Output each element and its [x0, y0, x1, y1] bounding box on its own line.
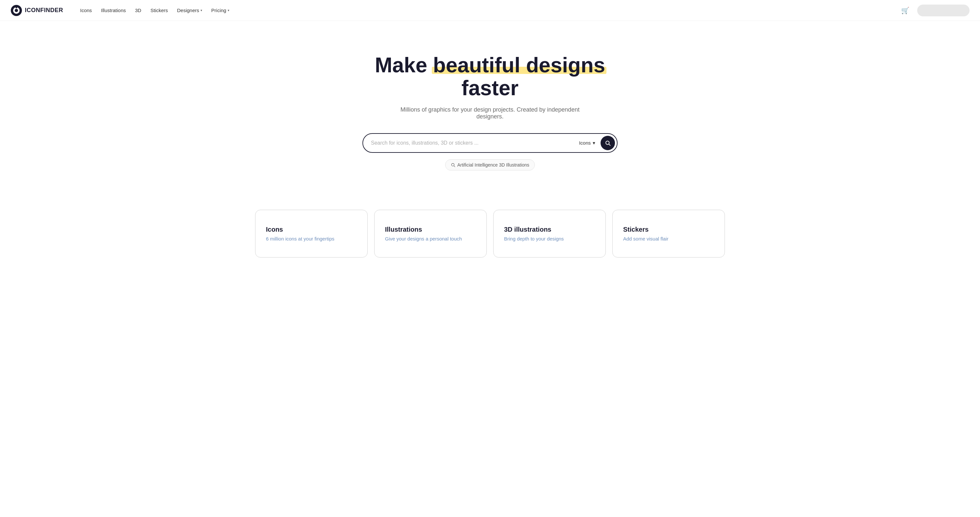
nav-stickers[interactable]: Stickers [146, 5, 172, 16]
category-3d-title: 3D illustrations [504, 226, 595, 233]
svg-point-3 [16, 6, 18, 8]
cart-icon[interactable]: 🛒 [899, 4, 912, 17]
hero-title-highlight: beautiful designs [433, 54, 605, 76]
search-icon [605, 140, 611, 146]
category-icons-subtitle: 6 million icons at your fingertips [266, 236, 357, 242]
nav-links: Icons Illustrations 3D Stickers Designer… [76, 5, 899, 16]
nav-3d[interactable]: 3D [131, 5, 145, 16]
category-card-illustrations[interactable]: Illustrations Give your designs a person… [374, 210, 487, 258]
navbar: ICONFINDER Icons Illustrations 3D Sticke… [0, 0, 980, 21]
search-suggestion-button[interactable]: Artificial Intelligence 3D Illustrations [445, 159, 535, 170]
search-submit-button[interactable] [601, 136, 615, 150]
hero-subtitle: Millions of graphics for your design pro… [392, 107, 588, 120]
categories-grid: Icons 6 million icons at your fingertips… [245, 197, 735, 270]
category-card-3d[interactable]: 3D illustrations Bring depth to your des… [493, 210, 606, 258]
nav-pricing[interactable]: Pricing ▾ [207, 5, 233, 16]
nav-designers[interactable]: Designers ▾ [173, 5, 206, 16]
nav-right: 🛒 [899, 4, 969, 17]
nav-illustrations[interactable]: Illustrations [97, 5, 130, 16]
svg-point-2 [15, 9, 18, 12]
hero-title: Make beautiful designs faster [359, 54, 621, 100]
search-container: Icons ▾ [363, 133, 617, 153]
nav-icons[interactable]: Icons [76, 5, 96, 16]
hero-section: Make beautiful designs faster Millions o… [0, 21, 980, 197]
svg-line-5 [609, 144, 610, 145]
search-type-chevron-icon: ▾ [593, 140, 595, 146]
category-card-icons[interactable]: Icons 6 million icons at your fingertips [255, 210, 368, 258]
category-illustrations-title: Illustrations [385, 226, 476, 233]
category-card-stickers[interactable]: Stickers Add some visual flair [612, 210, 725, 258]
logo-text: ICONFINDER [25, 7, 63, 14]
suggestion-label: Artificial Intelligence 3D Illustrations [457, 162, 529, 167]
designers-chevron-icon: ▾ [200, 8, 202, 12]
pricing-chevron-icon: ▾ [228, 8, 229, 12]
category-stickers-title: Stickers [623, 226, 714, 233]
logo-link[interactable]: ICONFINDER [11, 5, 63, 16]
category-stickers-subtitle: Add some visual flair [623, 236, 714, 242]
svg-line-7 [454, 165, 455, 167]
category-icons-title: Icons [266, 226, 357, 233]
suggestion-search-icon [451, 162, 455, 167]
login-button[interactable] [917, 5, 969, 16]
search-input[interactable] [371, 140, 574, 146]
search-type-button[interactable]: Icons ▾ [574, 137, 601, 148]
logo-icon [11, 5, 22, 16]
category-illustrations-subtitle: Give your designs a personal touch [385, 236, 476, 242]
search-bar: Icons ▾ [363, 133, 617, 153]
category-3d-subtitle: Bring depth to your designs [504, 236, 595, 242]
